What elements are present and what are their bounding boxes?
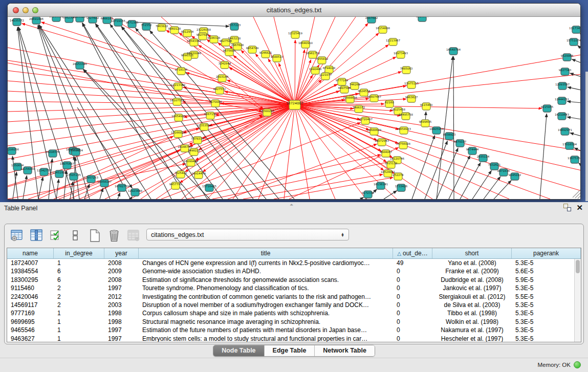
cell[interactable]: 9699695: [7, 318, 54, 326]
cell[interactable]: 2012: [104, 293, 139, 301]
column-header-out_de[interactable]: △out_de…: [393, 248, 432, 258]
cell[interactable]: 5.3E-5: [512, 335, 581, 342]
cell[interactable]: 1: [54, 318, 104, 326]
cell[interactable]: 9777169: [7, 309, 54, 317]
cell[interactable]: Tourette syndrome. Phenomenology and cla…: [139, 284, 393, 292]
column-header-pagerank[interactable]: pagerank: [512, 248, 581, 258]
cell[interactable]: Wolkin et al. (1998): [432, 318, 512, 326]
cell[interactable]: Investigating the contribution of common…: [139, 293, 393, 301]
table-row[interactable]: 977716911998Corpus callosum shape and si…: [7, 309, 581, 317]
cell[interactable]: 5.9E-5: [512, 276, 581, 284]
table-row[interactable]: 1830029562008Estimation of significance …: [7, 276, 581, 284]
cell[interactable]: Nakamura et al. (1997): [432, 326, 512, 334]
cell[interactable]: 5.3E-5: [512, 318, 581, 326]
cell[interactable]: 1: [54, 259, 104, 267]
cell[interactable]: Structural magnetic resonance image aver…: [139, 318, 393, 326]
delete-icon[interactable]: [107, 229, 121, 243]
cell[interactable]: 0: [393, 293, 432, 301]
cell[interactable]: Genome-wide association studies in ADHD.: [139, 267, 393, 275]
cell[interactable]: 0: [393, 301, 432, 309]
cell[interactable]: Estimation of significance thresholds fo…: [139, 276, 393, 284]
table-row[interactable]: 1938455462009Genome-wide association stu…: [7, 267, 581, 275]
tab-edge-table[interactable]: Edge Table: [264, 345, 315, 356]
tab-network-table[interactable]: Network Table: [314, 345, 375, 356]
column-header-year[interactable]: year: [104, 248, 139, 258]
table-row[interactable]: 1872400712008Changes of HCN gene express…: [7, 259, 581, 267]
table-row[interactable]: 946362711997Embryonic stem cells: a mode…: [7, 335, 581, 342]
cell[interactable]: Tibbo et al. (1998): [432, 309, 512, 317]
cell[interactable]: Changes of HCN gene expression and I(f) …: [139, 259, 393, 267]
select-rows-checks-icon[interactable]: [49, 229, 62, 243]
cell[interactable]: 18300295: [7, 276, 54, 284]
splitter-handle-icon[interactable]: ⏶: [290, 202, 293, 208]
cell[interactable]: Dudbridge et al. (2008): [432, 276, 512, 284]
cell[interactable]: Franke et al. (2009): [432, 267, 512, 275]
cell[interactable]: Embryonic stem cells: a model to study s…: [139, 335, 393, 342]
cell[interactable]: 1998: [104, 318, 139, 326]
cell[interactable]: 1998: [104, 309, 139, 317]
cell[interactable]: 1997: [104, 326, 139, 334]
cell[interactable]: Yano et al. (2008): [432, 259, 512, 267]
cell[interactable]: 5.3E-5: [512, 326, 581, 334]
cell[interactable]: 5.3E-5: [512, 309, 581, 317]
scrollbar-thumb[interactable]: [576, 260, 580, 273]
table-row[interactable]: 1456911722003Disruption of a novel membe…: [7, 301, 581, 309]
cell[interactable]: 2: [54, 293, 104, 301]
cell[interactable]: Disruption of a novel member of a sodium…: [139, 301, 393, 309]
select-columns-icon[interactable]: [29, 229, 43, 243]
new-document-icon[interactable]: [88, 229, 101, 243]
attribute-table[interactable]: namein_degreeyeartitle△out_de…shortpager…: [7, 248, 581, 342]
cell[interactable]: 2: [54, 301, 104, 309]
window-titlebar[interactable]: citations_edges.txt: [8, 4, 580, 17]
table-settings-icon[interactable]: [10, 229, 24, 243]
cell[interactable]: 1997: [104, 284, 139, 292]
cell[interactable]: 9463627: [7, 335, 54, 342]
cell[interactable]: 1: [54, 326, 104, 334]
citation-network-graph[interactable]: 1872400714035572206914061920352285623061…: [8, 17, 580, 199]
resize-grip-icon[interactable]: [575, 193, 580, 198]
cell[interactable]: 49: [393, 259, 432, 267]
cell[interactable]: 0: [393, 284, 432, 292]
cell[interactable]: 5.3E-5: [512, 284, 581, 292]
cell[interactable]: 9465546: [7, 326, 54, 334]
cell[interactable]: 2: [54, 284, 104, 292]
cell[interactable]: 22420046: [7, 293, 54, 301]
row-height-icon[interactable]: [68, 229, 82, 243]
cell[interactable]: 0: [393, 326, 432, 334]
cell[interactable]: 1: [54, 309, 104, 317]
cell[interactable]: 0: [393, 276, 432, 284]
network-view-window[interactable]: citations_edges.txt 18724007140355722069…: [7, 3, 581, 200]
float-window-icon[interactable]: [563, 204, 571, 211]
cell[interactable]: 19384554: [7, 267, 54, 275]
column-header-in_degree[interactable]: in_degree: [54, 248, 104, 258]
cell[interactable]: Stergiakouli et al. (2012): [432, 293, 512, 301]
resize-grip-icon[interactable]: [578, 196, 580, 199]
close-panel-icon[interactable]: ✕: [576, 204, 583, 211]
cell[interactable]: 2008: [104, 259, 139, 267]
table-vertical-scrollbar[interactable]: [574, 259, 581, 342]
table-row[interactable]: 2242004622012Investigating the contribut…: [7, 293, 581, 301]
table-row[interactable]: 911546021997Tourette syndrome. Phenomeno…: [7, 284, 581, 292]
cell[interactable]: 1: [54, 335, 104, 342]
table-selector[interactable]: citations_edges.txt ▲▼: [146, 229, 349, 240]
cell[interactable]: 6: [54, 276, 104, 284]
cell[interactable]: 14569117: [7, 301, 54, 309]
cell[interactable]: Estimation of the future numbers of pati…: [139, 326, 393, 334]
cell[interactable]: 5.3E-5: [512, 301, 581, 309]
cell[interactable]: 2009: [104, 267, 139, 275]
column-header-title[interactable]: title: [139, 248, 393, 258]
cell[interactable]: 0: [393, 309, 432, 317]
network-canvas[interactable]: 1872400714035572206914061920352285623061…: [8, 17, 580, 199]
cell[interactable]: 2003: [104, 301, 139, 309]
cell[interactable]: Hescheler et al. (1997): [432, 335, 512, 342]
cell[interactable]: 0: [393, 318, 432, 326]
table-row[interactable]: 946554611997Estimation of the future num…: [7, 326, 581, 334]
column-header-short[interactable]: short: [432, 248, 512, 258]
cell[interactable]: 9115460: [7, 284, 54, 292]
cell[interactable]: Corpus callosum shape and size in male p…: [139, 309, 393, 317]
cell[interactable]: 6: [54, 267, 104, 275]
cell[interactable]: 5.6E-5: [512, 267, 581, 275]
cell[interactable]: 1997: [104, 335, 139, 342]
cell[interactable]: 5.3E-5: [512, 259, 581, 267]
cell[interactable]: 5.5E-5: [512, 293, 581, 301]
